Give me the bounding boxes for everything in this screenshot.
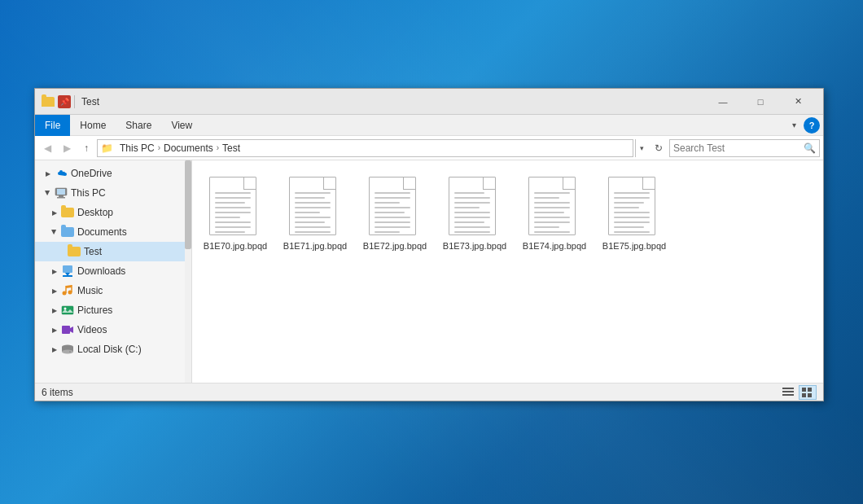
file-item-5[interactable]: B1E75.jpg.bpqd <box>598 173 671 255</box>
file-line <box>375 217 410 218</box>
file-lines-5 <box>614 192 650 233</box>
file-item-3[interactable]: B1E73.jpg.bpqd <box>438 173 511 255</box>
sidebar-item-desktop[interactable]: ▶ Desktop <box>35 203 191 222</box>
file-lines-4 <box>534 192 570 233</box>
file-line <box>375 226 410 228</box>
file-item-4[interactable]: B1E74.jpg.bpqd <box>518 173 591 255</box>
file-line <box>295 207 331 208</box>
minimize-button[interactable]: — <box>704 89 742 115</box>
downloads-icon <box>61 265 74 278</box>
sidebar-item-local-disk[interactable]: ▶ Local Disk (C:) <box>35 340 191 359</box>
file-name-1: B1E71.jpg.bpqd <box>283 240 347 252</box>
file-line <box>215 207 251 208</box>
search-input[interactable] <box>673 142 804 154</box>
file-line <box>534 197 559 199</box>
file-lines-1 <box>295 192 331 233</box>
generic-file-shape-0 <box>209 177 256 235</box>
svg-point-16 <box>69 351 71 352</box>
search-box[interactable]: 🔍 <box>669 139 820 157</box>
file-line <box>295 192 331 194</box>
sidebar-item-pictures[interactable]: ▶ Pictures <box>35 300 191 320</box>
file-icon-4 <box>528 177 580 237</box>
file-line <box>454 231 490 233</box>
path-this-pc[interactable]: This PC <box>118 142 156 154</box>
address-dropdown-button[interactable]: ▾ <box>635 139 648 157</box>
sidebar-label-downloads: Downloads <box>77 265 125 277</box>
sidebar-label-this-pc: This PC <box>71 187 106 199</box>
sidebar-item-documents[interactable]: ▶ Documents <box>35 222 191 242</box>
quick-access-pin-btn[interactable]: 📌 <box>58 95 71 108</box>
sidebar-label-test: Test <box>84 246 102 257</box>
file-item-0[interactable]: B1E70.jpg.bpqd <box>199 173 272 255</box>
file-line <box>614 192 650 194</box>
file-lines-2 <box>375 192 410 233</box>
item-count-label: 6 items <box>42 387 73 398</box>
back-button[interactable]: ◀ <box>38 139 56 157</box>
file-name-0: B1E70.jpg.bpqd <box>204 240 267 252</box>
path-icon: 📁 <box>101 142 113 154</box>
search-icon[interactable]: 🔍 <box>804 142 816 154</box>
file-line <box>534 192 570 194</box>
file-line <box>375 221 410 223</box>
documents-folder-icon <box>61 226 74 239</box>
file-line <box>454 226 490 228</box>
sidebar-item-test[interactable]: Test <box>35 242 191 261</box>
forward-button[interactable]: ▶ <box>58 139 76 157</box>
file-item-1[interactable]: B1E71.jpg.bpqd <box>278 173 352 255</box>
file-item-2[interactable]: B1E72.jpg.bpqd <box>358 173 432 255</box>
file-line <box>215 226 251 228</box>
sidebar-item-music[interactable]: ▶ Music <box>35 281 191 300</box>
file-line <box>454 202 490 204</box>
file-name-5: B1E75.jpg.bpqd <box>602 240 666 252</box>
file-icon-1 <box>289 177 341 237</box>
help-button[interactable]: ? <box>804 117 820 134</box>
file-line <box>614 212 650 213</box>
maximize-button[interactable]: □ <box>742 89 779 115</box>
address-path[interactable]: 📁 This PC › Documents › Test <box>97 139 633 157</box>
home-menu-item[interactable]: Home <box>70 115 116 136</box>
path-segment: 📁 This PC › Documents › Test <box>101 142 242 154</box>
file-line <box>454 217 490 218</box>
path-documents[interactable]: Documents <box>162 142 215 154</box>
window-controls: — □ ✕ <box>704 89 817 115</box>
sidebar-item-onedrive[interactable]: ▶ OneDrive <box>35 164 191 183</box>
file-line <box>375 192 410 194</box>
file-name-4: B1E74.jpg.bpqd <box>523 240 586 252</box>
path-test[interactable]: Test <box>221 142 242 154</box>
svg-rect-3 <box>57 197 65 199</box>
file-line <box>614 231 650 233</box>
file-line <box>375 212 405 213</box>
view-toggle <box>779 385 817 400</box>
desktop-folder-icon <box>61 206 74 219</box>
sidebar-item-this-pc[interactable]: ▶ This PC <box>35 183 191 203</box>
ribbon-collapse-button[interactable]: ▾ <box>784 116 804 135</box>
svg-rect-5 <box>63 275 72 277</box>
svg-rect-21 <box>808 388 812 392</box>
file-icon-3 <box>449 177 501 237</box>
large-icons-view-icon <box>802 388 813 397</box>
sidebar-label-local-disk: Local Disk (C:) <box>77 344 142 355</box>
sidebar-label-desktop: Desktop <box>77 207 113 218</box>
details-view-button[interactable] <box>779 385 797 400</box>
menu-bar: File Home Share View ▾ ? <box>35 115 823 136</box>
main-content: ▶ OneDrive ▶ <box>35 160 823 383</box>
file-explorer-window: 📌 Test — □ ✕ File Home Share View ▾ ? ◀ … <box>34 88 824 401</box>
sidebar-item-downloads[interactable]: ▶ Downloads <box>35 261 191 281</box>
refresh-button[interactable]: ↻ <box>650 139 668 157</box>
file-menu-tab[interactable]: File <box>35 115 70 136</box>
share-menu-item[interactable]: Share <box>116 115 161 136</box>
up-button[interactable]: ↑ <box>77 139 95 157</box>
test-folder-icon <box>68 245 81 258</box>
file-icon-2 <box>369 177 421 237</box>
large-icons-view-button[interactable] <box>799 385 817 400</box>
file-line <box>614 221 650 223</box>
file-line <box>215 217 240 218</box>
close-button[interactable]: ✕ <box>779 89 817 115</box>
file-line <box>614 197 650 199</box>
view-menu-item[interactable]: View <box>161 115 202 136</box>
sidebar-item-videos[interactable]: ▶ Videos <box>35 320 191 340</box>
file-line <box>534 217 570 218</box>
desktop-expand-arrow: ▶ <box>48 206 61 219</box>
title-separator-line <box>74 95 75 108</box>
sidebar-scrollbar[interactable] <box>185 160 191 383</box>
